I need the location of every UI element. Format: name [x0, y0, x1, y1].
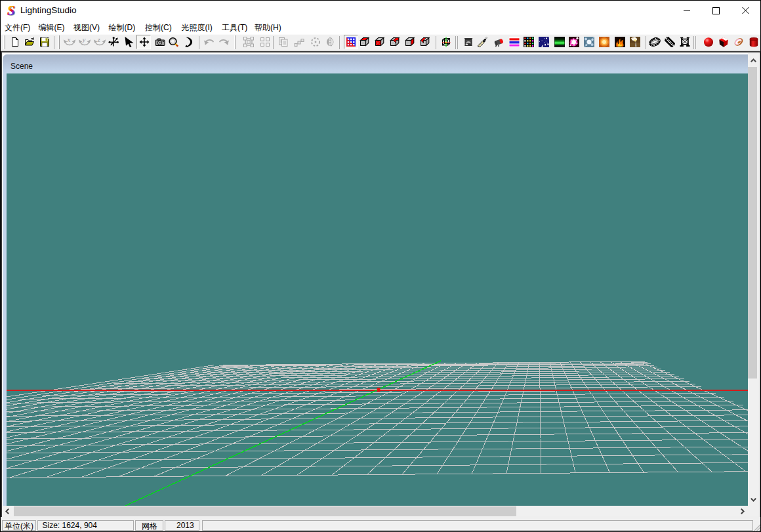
- svg-text:z: z: [97, 37, 101, 43]
- svg-text:y: y: [82, 37, 86, 43]
- svg-text:x: x: [67, 37, 71, 43]
- svg-text:S: S: [7, 3, 15, 18]
